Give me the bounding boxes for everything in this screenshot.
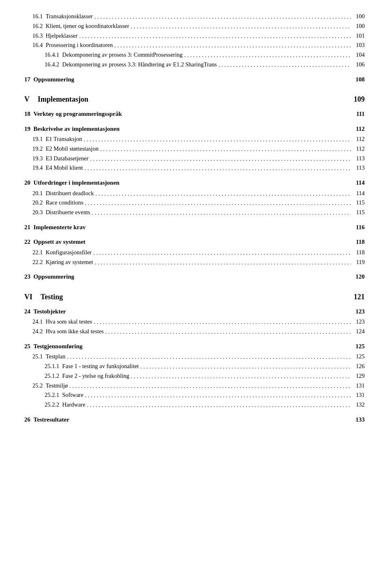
sub-num: 24.1 [32,317,46,326]
sub-entry: 25.1 Testplan 125 [24,352,365,361]
sub-page: 112 [353,145,365,153]
sub-title: Distribuert deadlock [46,189,94,198]
chapter-num: 24 [24,307,34,316]
subsub-num: 16.4.2 [45,60,62,69]
sub-title: Hjelpeklasser [46,32,78,40]
sub-page: 103 [353,41,365,50]
subsub-title: Fase 2 - ytelse og frakobling [62,372,130,381]
sub-num: 20.3 [32,208,46,217]
sub-entry: 24.2 Hva som ikke skal testes 124 [24,327,365,336]
dots [85,391,351,400]
chapter-num: 17 [24,75,34,84]
subsub-num: 25.1.2 [45,372,62,381]
sub-title: E4 Mobil klient [46,164,83,173]
sub-title: E3 Databasetjener [46,154,89,163]
chapter-num: 23 [24,272,34,281]
subsub-entry: 25.2.1 Software 131 [24,391,365,400]
subsub-num: 25.2.1 [45,391,62,400]
dots [94,13,351,21]
chapter-page: 108 [353,75,365,84]
dots [95,190,351,198]
sub-title: E1 Transaksjon [46,135,82,144]
chapter-entry: 22 Oppsett av systemet 118 [24,237,365,247]
chapter-title: Implementerte krav [34,223,86,232]
subsub-entry: 25.2.2 Hardware 132 [24,401,365,409]
sub-entry: 20.3 Distribuerte events 115 [24,208,365,217]
subsub-page: 131 [353,391,365,400]
dots [140,362,351,371]
chapter-title: Verktøy og programmeringsspråk [34,109,122,119]
sub-page: 123 [353,317,365,326]
sub-title: Race conditions [46,198,83,207]
dots [87,401,351,410]
sub-page: 100 [353,12,365,21]
chapter-num: 25 [24,342,34,351]
sub-title: Transaksjonsklasser [46,12,93,21]
chapter-title: Oppsummering [34,272,75,281]
chapter-entry: 23 Oppsummering 120 [24,272,365,281]
subsub-title: Dekomponering av prosess 3.3: Håndtering… [62,60,217,69]
chapter-title: Oppsummering [34,75,75,84]
sub-title: Prosessering i koordinatoren [46,41,113,50]
sub-num: 16.2 [32,22,46,31]
sub-entry: 19.3 E3 Databasetjener 113 [24,154,365,163]
sub-entry: 22.2 Kjøring av systemet 119 [24,258,365,267]
table-of-contents: 16.1 Transaksjonsklasser 100 16.2 Klient… [24,12,365,424]
sub-page: 113 [353,164,365,173]
sub-num: 24.2 [32,327,46,336]
chapter-entry: 21 Implementerte krav 116 [24,223,365,232]
dots [105,328,351,337]
dots [94,258,351,267]
sub-num: 22.2 [32,258,46,267]
chapter-page: 111 [353,109,365,119]
subsub-page: 129 [353,372,365,381]
chapter-title: Testgjennomføring [34,342,83,351]
sub-page: 119 [353,258,365,267]
chapter-page: 116 [353,223,365,232]
dots [92,209,351,217]
subsub-page: 126 [353,362,365,371]
sub-entry: 22.1 Konfigurasjonsfiler 118 [24,248,365,257]
sub-num: 16.3 [32,32,46,40]
chapter-title: Testobjekter [34,307,66,316]
part-heading: V Implementasjon 109 [24,95,365,104]
chapter-entry: 25 Testgjennomføring 125 [24,342,365,351]
dots [85,199,351,208]
chapter-entry: 17 Oppsummering 108 [24,75,365,84]
sub-title: Klient, tjener og koordinatorklasser [46,22,129,31]
sub-entry: 16.2 Klient, tjener og koordinatorklasse… [24,22,365,31]
subsub-entry: 16.4.2 Dekomponering av prosess 3.3: Hån… [24,60,365,69]
subsub-num: 25.2.2 [45,401,62,409]
sub-num: 19.4 [32,164,46,173]
sub-page: 114 [353,189,365,198]
dots [115,41,351,50]
sub-title: Hva som skal testes [46,317,92,326]
sub-title: Konfigurasjonsfiler [46,248,92,257]
chapter-page: 120 [353,272,365,281]
sub-entry: 16.3 Hjelpeklasser 101 [24,32,365,40]
subsub-title: Software [62,391,83,400]
chapter-num: 26 [24,415,34,424]
sub-page: 131 [353,381,365,390]
subsub-num: 25.1.1 [45,362,62,371]
sub-num: 20.1 [32,189,46,198]
part-page: 109 [353,95,365,104]
chapter-title: Testresultater [34,415,69,424]
part-page: 121 [353,293,365,301]
chapter-num: 18 [24,109,34,119]
chapter-num: 19 [24,124,34,134]
dots [79,32,351,41]
sub-title: Kjøring av systemet [46,258,93,267]
sub-page: 115 [353,208,365,217]
sub-entry: 24.1 Hva som skal testes 123 [24,317,365,326]
sub-num: 19.2 [32,145,46,153]
sub-title: E2 Mobil støttestasjon [46,145,99,153]
chapter-page: 114 [353,178,365,187]
chapter-title: Beskrivelse av implementasjonen [34,124,120,134]
dots [100,145,351,154]
subsub-page: 132 [353,401,365,409]
dots [93,249,351,258]
subsub-page: 104 [353,51,365,60]
dots [69,382,351,391]
dots [90,155,351,164]
